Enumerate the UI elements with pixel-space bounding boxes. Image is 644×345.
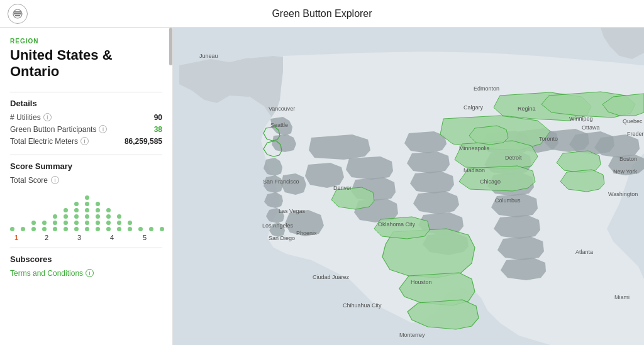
svg-text:Oklahoma City: Oklahoma City: [378, 221, 416, 227]
dot: [64, 208, 68, 212]
dot-col-7: [74, 202, 79, 231]
dot: [74, 221, 79, 225]
dot-col-1: [10, 227, 14, 231]
dot: [106, 221, 111, 225]
terms-label: Terms and Conditions: [10, 269, 83, 278]
axis-label-5: 5: [138, 234, 151, 241]
details-row-participants: Green Button Participants i 38: [10, 125, 162, 134]
svg-text:Vancouver: Vancouver: [269, 106, 295, 112]
svg-text:Toronto: Toronto: [539, 136, 558, 142]
dot: [85, 202, 89, 206]
svg-text:Ottawa: Ottawa: [582, 124, 600, 131]
dot: [106, 208, 111, 212]
dot: [96, 202, 100, 206]
dot-col-5: [53, 214, 57, 231]
dot: [64, 221, 68, 225]
dot: [106, 227, 111, 231]
participants-info-icon[interactable]: i: [99, 125, 107, 133]
svg-text:Chicago: Chicago: [480, 178, 501, 185]
svg-text:Las Vegas: Las Vegas: [279, 208, 306, 214]
region-label: REGION: [10, 38, 162, 45]
subscores-section: Subscores Terms and Conditions i: [10, 248, 162, 278]
dot-col-15: [160, 227, 164, 231]
dot: [74, 227, 79, 231]
subscores-title: Subscores: [10, 248, 162, 264]
svg-text:Minneapolis: Minneapolis: [459, 145, 490, 151]
dot-col-12: [128, 221, 132, 231]
svg-text:Madison: Madison: [464, 167, 485, 173]
total-score-label: Total Score: [10, 176, 48, 185]
axis-label-4: 4: [106, 234, 118, 241]
dot: [85, 208, 89, 212]
header: Green Button Explorer: [0, 0, 644, 28]
dot-col-2: [21, 227, 25, 231]
svg-text:Los Angeles: Los Angeles: [262, 222, 294, 229]
total-score-info-icon[interactable]: i: [51, 176, 59, 184]
participants-value: 38: [154, 125, 162, 134]
dot: [42, 227, 47, 231]
dot: [74, 202, 79, 206]
sidebar-scrollbar[interactable]: [169, 28, 172, 345]
svg-text:Fredericton: Fredericton: [627, 131, 644, 137]
dot: [96, 214, 100, 219]
details-row-utilities: # Utilities i 90: [10, 113, 162, 122]
utilities-info-icon[interactable]: i: [43, 113, 52, 121]
main-content: REGION United States & Ontario Details #…: [0, 28, 644, 345]
menu-button[interactable]: [8, 4, 28, 24]
dot: [96, 221, 100, 225]
svg-text:Denver: Denver: [333, 185, 352, 191]
dot: [21, 227, 25, 231]
dot: [31, 227, 36, 231]
dot: [53, 214, 57, 219]
dot: [53, 227, 57, 231]
dot-col-14: [149, 227, 153, 231]
dot: [64, 214, 68, 219]
dot: [74, 208, 79, 212]
terms-row[interactable]: Terms and Conditions i: [10, 269, 162, 278]
svg-text:Washington: Washington: [608, 191, 638, 197]
dot: [74, 214, 79, 219]
region-name: United States & Ontario: [10, 47, 162, 80]
dot: [85, 195, 89, 200]
map-area[interactable]: Juneau Edmonton Calgary Regina Winnipeg …: [173, 28, 644, 345]
svg-text:Quebec: Quebec: [623, 118, 643, 124]
svg-text:Juneau: Juneau: [199, 53, 218, 59]
terms-info-icon[interactable]: i: [86, 269, 94, 277]
details-section-title: Details: [10, 92, 162, 108]
dot-col-9: [96, 202, 100, 231]
svg-text:Atlanta: Atlanta: [575, 249, 593, 255]
dot: [10, 227, 14, 231]
dot: [42, 221, 47, 225]
dot-row: [10, 194, 162, 231]
dot: [138, 227, 143, 231]
svg-text:San Francisco: San Francisco: [263, 178, 299, 185]
svg-text:Boston: Boston: [619, 156, 637, 162]
dot-col-8: [85, 195, 89, 231]
score-section: Score Summary Total Score i: [10, 155, 162, 241]
dot: [96, 208, 100, 212]
svg-text:Miami: Miami: [614, 294, 630, 300]
total-score-row: Total Score i: [10, 176, 162, 185]
svg-text:Chihuahua City: Chihuahua City: [343, 302, 382, 309]
participants-label: Green Button Participants i: [10, 125, 107, 134]
sidebar-scrollbar-thumb: [169, 28, 172, 65]
dot-col-4: [42, 221, 47, 231]
dot-col-10: [106, 208, 111, 231]
meters-info-icon[interactable]: i: [80, 137, 89, 145]
svg-text:Houston: Houston: [411, 279, 432, 285]
svg-text:Regina: Regina: [518, 106, 536, 112]
menu-icon: [13, 9, 23, 19]
score-section-title: Score Summary: [10, 155, 162, 171]
dot-col-3: [31, 221, 36, 231]
svg-text:Edmonton: Edmonton: [474, 85, 499, 92]
dot: [85, 214, 89, 219]
utilities-value: 90: [154, 113, 162, 122]
svg-text:Seattle: Seattle: [270, 122, 288, 128]
dot: [117, 214, 121, 219]
dot: [85, 221, 89, 225]
dot-chart: 1 2 3 4 5: [10, 194, 162, 241]
dot: [160, 227, 164, 231]
dot: [149, 227, 153, 231]
dot: [31, 221, 36, 225]
dot: [128, 221, 132, 225]
